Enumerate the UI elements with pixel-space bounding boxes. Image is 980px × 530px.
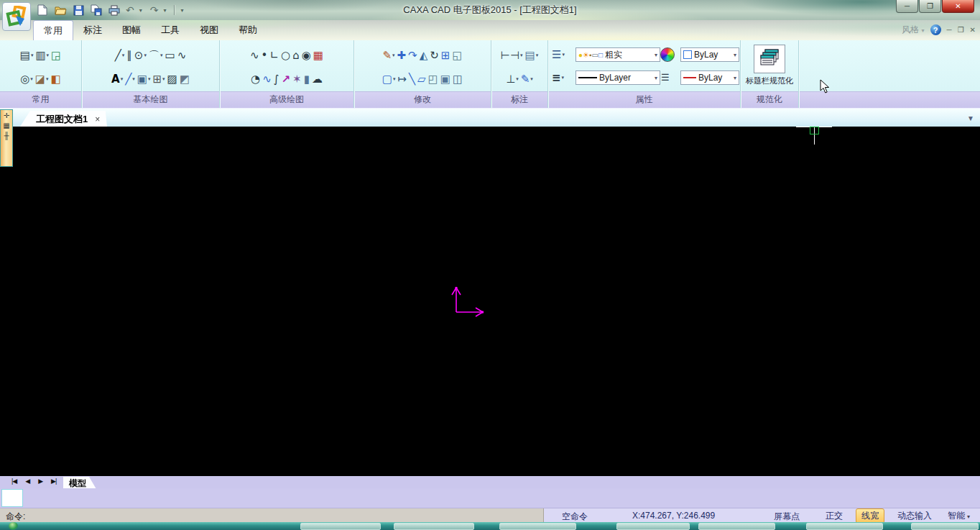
region-icon[interactable]: ◩ [179,70,190,88]
status-screen-point[interactable]: 屏幕点 [774,511,800,523]
zoom-icon[interactable]: ◎▾ [19,70,34,88]
taskbar-button[interactable] [806,523,883,530]
polygon-icon[interactable]: ⌂ [292,47,300,64]
layer-box-icon[interactable]: □ [598,51,603,59]
extend-icon[interactable]: ↦ [397,70,407,88]
rotate-icon[interactable]: ↻ [429,47,440,64]
mirror-icon[interactable]: ◭ [419,47,429,64]
sheet-nav-icon-3[interactable]: ▶| [51,478,56,485]
ribbon-tab-图幅[interactable]: 图幅 [112,20,151,40]
library-tool-icon[interactable]: ⊞▾ [152,70,165,88]
help-icon[interactable]: ? [930,24,941,35]
copy-icon[interactable]: ▥▾ [34,47,50,64]
status-toggle-正交[interactable]: 正交 [823,509,846,523]
close-button[interactable]: ✕ [942,0,974,13]
taskbar-button[interactable] [698,523,775,530]
lineweight-icon[interactable]: ≡▾ [551,69,575,86]
parallel-line-icon[interactable]: ∥ [126,47,133,64]
arrow-icon[interactable]: ↗ [281,70,292,88]
drawing-canvas[interactable] [0,127,980,476]
command-input-box[interactable] [1,489,23,507]
dimension-edit-icon[interactable]: ✎▾ [520,70,534,88]
status-toggle-智能[interactable]: 智能▾ [945,509,973,523]
group-label-modify[interactable]: 修改 [354,93,491,106]
sun-icon[interactable]: ☀ [583,51,589,59]
start-button[interactable] [9,522,18,530]
closed-spline-icon[interactable]: ∿ [177,47,188,64]
fence-tool-icon[interactable]: ╫ [4,132,9,140]
format-brush-icon[interactable]: ◪▾ [34,70,50,88]
block-edit-icon[interactable]: ◫ [452,70,463,88]
taskbar-button[interactable] [911,523,979,530]
ellipse-icon[interactable]: ○ [280,47,291,64]
move-icon[interactable]: ✚ [397,47,407,64]
ribbon-tab-视图[interactable]: 视图 [190,20,228,40]
formula-curve-icon[interactable]: ∫ [273,70,280,88]
printer-icon[interactable]: ▭ [592,51,598,59]
table-icon[interactable]: ▦ [313,47,324,64]
grid-tool-icon[interactable]: ▦ [3,122,9,129]
point-icon[interactable]: • [261,47,269,64]
ribbon-tab-标注[interactable]: 标注 [73,20,112,40]
group-label-dimension[interactable]: 标注 [491,93,547,106]
view-3d-icon[interactable]: ▣ [440,70,451,88]
trim-icon[interactable]: ▢▾ [382,70,397,88]
scale-icon[interactable]: ◱ [451,47,463,64]
line-icon[interactable]: ╱▾ [114,47,126,64]
layer-switch-icon[interactable]: ☰▾ [551,46,575,63]
group-label-standard[interactable]: 规范化 [741,93,798,106]
tangent-circle-icon[interactable]: ◉ [301,47,312,64]
explode-icon[interactable]: ◰ [427,70,439,88]
sheet-nav-icon-0[interactable]: |◀ [11,478,17,485]
title-block-normalize-button[interactable]: 标题栏规范化 [744,45,795,86]
layer-combo[interactable]: ●☀▪▭□ 粗实 ▾ [575,47,660,62]
status-toggle-线宽[interactable]: 线宽 [856,508,884,524]
doc-minimize-icon[interactable]: ─ [947,26,952,34]
linetype-scale-icon[interactable]: ☰ [660,69,680,86]
document-list-dropdown-icon[interactable]: ▼ [967,114,974,122]
model-sheet-tab[interactable]: 模型 [63,477,96,489]
contour-icon[interactable]: ✶ [292,70,302,88]
color-combo[interactable]: ByLay ▾ [680,47,739,62]
hatch-icon[interactable]: ▨ [167,70,178,88]
copy-object-icon[interactable]: ↷ [407,47,418,64]
coordinate-dimension-icon[interactable]: ⊥▾ [505,70,519,88]
ribbon-tab-工具[interactable]: 工具 [151,20,190,40]
command-area[interactable] [0,488,980,508]
ribbon-tab-帮助[interactable]: 帮助 [228,20,267,40]
erase-icon[interactable]: ✎▾ [382,47,395,64]
style-dropdown[interactable]: 风格 ▾ [902,24,924,36]
circle-icon[interactable]: ⊙▾ [134,47,147,64]
restore-button[interactable]: ❐ [919,0,941,13]
spline-icon[interactable]: ∿ [249,47,260,64]
doc-close-icon[interactable]: ✕ [970,26,976,34]
array-icon[interactable]: ⊞ [440,47,451,64]
stretch-icon[interactable]: ▱ [417,70,427,88]
break-icon[interactable]: ╲ [408,70,416,88]
command-prompt[interactable]: 命令: [0,508,544,523]
sheet-nav-icon-1[interactable]: ◀ [25,478,29,485]
refresh-view-icon[interactable]: ◲ [50,47,62,64]
arc-icon[interactable]: ⌒▾ [148,47,164,64]
sheet-nav-icon-2[interactable]: ▶ [38,478,42,485]
group-label-advanced-draw[interactable]: 高级绘图 [220,93,353,106]
ribbon-tab-常用[interactable]: 常用 [33,20,73,41]
document-tab-close-icon[interactable]: × [95,114,100,124]
minimize-button[interactable]: ─ [896,0,918,13]
palette-icon[interactable]: ◧ [50,70,62,88]
local-enlarge-icon[interactable]: ◔ [250,70,261,88]
cloud-line-icon[interactable]: ☁ [311,70,323,88]
paste-icon[interactable]: ▤▾ [19,47,34,64]
group-label-basic-draw[interactable]: 基本绘图 [82,93,219,106]
text-icon[interactable]: A▾ [111,70,124,88]
doc-restore-icon[interactable]: ❐ [958,26,964,34]
linetype2-combo[interactable]: ByLay ▾ [680,70,739,85]
coordinate-axes-icon[interactable]: ∟ [269,47,279,64]
color-wheel-icon[interactable] [660,47,675,62]
status-toggle-动态输入[interactable]: 动态输入 [895,509,935,523]
wave-line-icon[interactable]: ∿ [262,70,272,88]
taskbar-button[interactable] [394,523,474,530]
linetype-combo[interactable]: ByLayer ▾ [575,70,660,85]
coord-tool-icon[interactable]: ✛ [4,112,9,119]
block-icon[interactable]: ▣▾ [137,70,152,88]
